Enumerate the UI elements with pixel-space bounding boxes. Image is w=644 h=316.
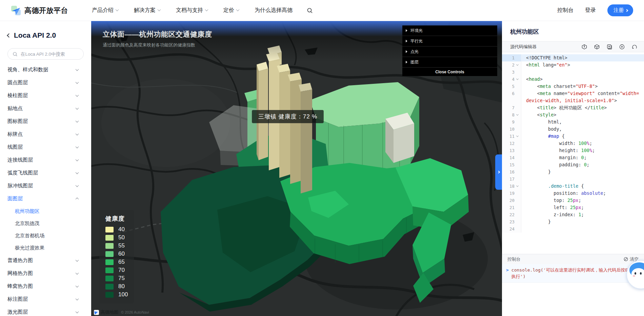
code-line[interactable]: 18 .demo-title {: [502, 183, 644, 190]
code-line[interactable]: 16 }: [502, 168, 644, 175]
code-line[interactable]: 22 z-index: 1;: [502, 211, 644, 218]
legend-value: 60: [118, 250, 125, 257]
fold-chevron-icon[interactable]: [516, 61, 519, 66]
token-plain: <: [526, 105, 540, 110]
reset-icon[interactable]: [632, 44, 637, 50]
nav-item-1[interactable]: 产品介绍: [92, 7, 118, 14]
code-line[interactable]: 17: [502, 175, 644, 183]
chevron-down-icon: [76, 258, 79, 262]
sidebar-item-8[interactable]: 连接线图层: [0, 153, 91, 166]
gui-section-2[interactable]: 平行光: [402, 36, 497, 47]
sidebar-item-2[interactable]: 圆点图层: [0, 76, 91, 89]
token-plain: [526, 133, 548, 139]
console-header: 控制台 清空: [502, 254, 644, 264]
map-canvas[interactable]: 立体面——杭州功能区交通健康度 通过面的颜色及高度来映射各功能区的健康指数 三墩…: [91, 21, 502, 316]
sidebar-search-box[interactable]: [7, 48, 84, 60]
sidebar-item-9[interactable]: 弧度飞线图层: [0, 166, 91, 179]
code-line[interactable]: 5 <meta charset="UTF-8">: [502, 83, 644, 90]
code-line[interactable]: 20 top: 25px;: [502, 197, 644, 204]
gui-close-button[interactable]: Close Controls: [402, 68, 497, 76]
main-menu: 产品介绍解决方案文档与支持定价为什么选择高德: [92, 7, 293, 14]
jsfiddle-new-icon[interactable]: [607, 44, 612, 50]
sidebar-item-6[interactable]: 标牌点: [0, 128, 91, 141]
code-text: <title> 杭州功能区 </title>: [521, 104, 644, 111]
nav-item-4[interactable]: 定价: [223, 7, 239, 14]
nav-item-3[interactable]: 文档与支持: [176, 7, 208, 14]
legend-item: 40: [105, 226, 128, 233]
code-text: html,: [521, 118, 644, 126]
console-link[interactable]: 控制台: [557, 7, 573, 14]
sidebar-item-5[interactable]: 图标图层: [0, 115, 91, 128]
code-line[interactable]: 15 padding: 0;: [502, 161, 644, 168]
code-line[interactable]: 14 margin: 0;: [502, 154, 644, 161]
line-number: 2: [512, 61, 515, 69]
console-body[interactable]: > console.log('可以在这里进行实时调试，输入代码后按Enter执行…: [502, 264, 644, 316]
code-line[interactable]: 13 height: 100%;: [502, 147, 644, 154]
fold-chevron-icon[interactable]: [516, 183, 519, 187]
token-plain: >: [554, 112, 556, 117]
gui-section-4[interactable]: 图层: [402, 57, 497, 68]
sidebar-item-4[interactable]: 贴地点: [0, 102, 91, 115]
run-icon[interactable]: [619, 44, 625, 50]
sidebar-item-16[interactable]: 激光图层: [0, 305, 91, 316]
sidebar-subitem-1[interactable]: 杭州功能区: [0, 205, 91, 217]
code-line[interactable]: 3: [502, 69, 644, 76]
amap-logo[interactable]: 高德开放平台: [11, 5, 68, 16]
code-line[interactable]: 8 <style>: [502, 111, 644, 118]
fold-chevron-icon[interactable]: [516, 133, 519, 137]
line-number: 20: [509, 197, 515, 204]
register-button[interactable]: 注册: [607, 4, 633, 16]
code-line[interactable]: 7 <title> 杭州功能区 </title>: [502, 104, 644, 111]
line-gutter: 7: [502, 104, 521, 111]
code-text: <meta charset="UTF-8">: [521, 83, 644, 90]
token-unit: px: [576, 205, 581, 210]
sidebar-item-10[interactable]: 脉冲线图层: [0, 179, 91, 192]
sidebar-item-12[interactable]: 普通热力图: [0, 254, 91, 267]
code-line[interactable]: 9 html,: [502, 118, 644, 126]
sidebar-item-14[interactable]: 蜂窝热力图: [0, 280, 91, 293]
code-line[interactable]: 4<head>: [502, 76, 644, 83]
sidebar-item-15[interactable]: 标注图层: [0, 293, 91, 305]
code-line[interactable]: 19 position: absolute;: [502, 190, 644, 197]
code-line[interactable]: 24: [502, 225, 644, 233]
code-line[interactable]: 1<!DOCTYPE html>: [502, 54, 644, 61]
gui-section-1[interactable]: 环境光: [402, 25, 497, 36]
amap-mini-logo-icon: [94, 310, 99, 315]
legend-swatch: [105, 292, 114, 298]
search-icon[interactable]: [307, 7, 313, 14]
login-link[interactable]: 登录: [585, 7, 596, 14]
sidebar-item-13[interactable]: 网格热力图: [0, 267, 91, 280]
source-code-editor[interactable]: 1<!DOCTYPE html>2<html lang="en">34<head…: [502, 52, 644, 254]
code-line[interactable]: 12 width: 100%;: [502, 140, 644, 147]
line-gutter: 21: [502, 204, 521, 211]
codesandbox-icon[interactable]: [594, 44, 600, 50]
codepen-icon[interactable]: [582, 44, 587, 50]
code-line[interactable]: 21 left: 25px;: [502, 204, 644, 211]
legend-value: 80: [118, 283, 125, 290]
gui-section-3[interactable]: 点光: [402, 47, 497, 57]
chevron-down-icon: [76, 184, 79, 187]
token-plain: z-index:: [526, 212, 578, 217]
code-line[interactable]: 11 #map {: [502, 133, 644, 140]
sidebar-item-3[interactable]: 棱柱图层: [0, 89, 91, 102]
token-plain: {: [559, 133, 565, 139]
code-line[interactable]: 2<html lang="en">: [502, 61, 644, 69]
fold-chevron-icon[interactable]: [516, 111, 519, 116]
nav-item-5[interactable]: 为什么选择高德: [255, 7, 293, 14]
back-to-loca-api[interactable]: Loca API 2.0: [0, 31, 91, 39]
nav-item-2[interactable]: 解决方案: [134, 7, 160, 14]
token-plain: > 杭州功能区 </: [554, 105, 590, 110]
sidebar-subitem-2[interactable]: 北京凯德茂: [0, 217, 91, 229]
token-plain: ;: [603, 190, 606, 196]
code-line[interactable]: 10 body,: [502, 126, 644, 133]
sidebar-subitem-4[interactable]: 极光过渡效果: [0, 242, 91, 254]
sidebar-item-11[interactable]: 面图层: [0, 192, 91, 205]
sidebar-subitem-3[interactable]: 北京首都机场: [0, 229, 91, 242]
sidebar-item-1[interactable]: 视角、样式和数据: [0, 63, 91, 76]
sidebar-item-7[interactable]: 线图层: [0, 141, 91, 153]
sidebar-search-input[interactable]: [21, 52, 78, 57]
code-line[interactable]: 23 }: [502, 218, 644, 225]
code-line[interactable]: 6 <meta name="viewport" content="width=d…: [502, 90, 644, 104]
fold-chevron-icon[interactable]: [516, 76, 519, 80]
collapse-panel-tab[interactable]: [495, 154, 502, 190]
